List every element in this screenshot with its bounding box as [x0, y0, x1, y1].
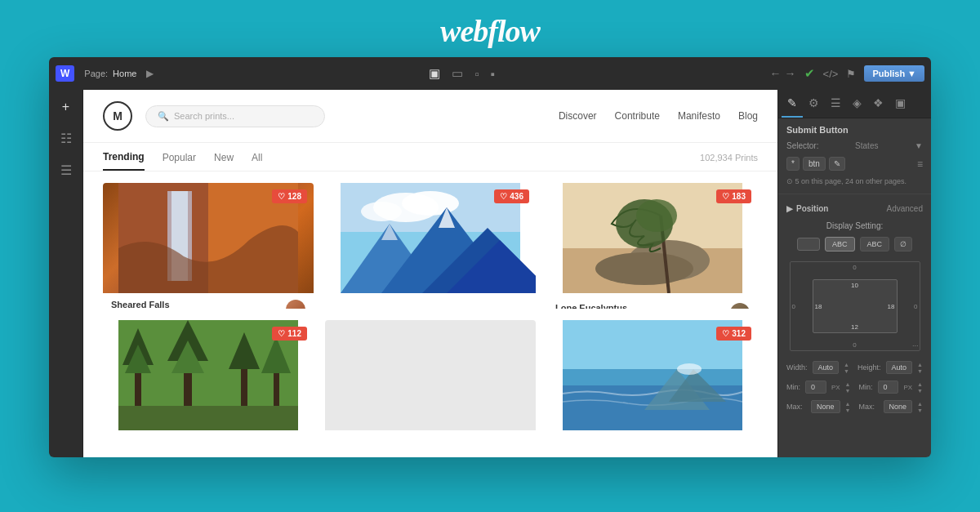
layout-tab[interactable]: ☰	[825, 90, 847, 118]
min-height-stepper[interactable]	[917, 381, 923, 394]
width-row: Width: Auto Height: Auto	[778, 358, 931, 377]
selector-tag-edit[interactable]: ✎	[829, 157, 845, 171]
nav-discover[interactable]: Discover	[559, 110, 597, 122]
prints-count: 102,934 Prints	[700, 153, 758, 169]
print-card[interactable]: ♡ 112	[103, 320, 314, 446]
like-badge: ♡ 436	[494, 189, 529, 203]
height-stepper[interactable]	[917, 362, 923, 374]
max-height-input[interactable]: None	[884, 400, 913, 413]
selector-tag-btn[interactable]: btn	[803, 157, 826, 171]
like-badge: ♡ 183	[716, 189, 751, 203]
tablet-landscape-icon[interactable]: ▭	[452, 66, 463, 81]
prints-grid: ♡ 128 Sheared Falls 20" × 24"	[83, 171, 777, 457]
code-icon[interactable]: </>	[823, 68, 839, 80]
height-input[interactable]: Auto	[886, 361, 913, 374]
display-block[interactable]	[797, 238, 820, 251]
width-input[interactable]: Auto	[813, 361, 840, 374]
svg-point-9	[361, 202, 402, 221]
panel-tabs: ✎ ⚙ ☰ ◈ ❖ ▣	[778, 90, 931, 118]
width-up-arrow[interactable]	[844, 362, 849, 367]
max-width-stepper[interactable]	[845, 401, 851, 413]
search-input[interactable]: 🔍 Search prints...	[145, 105, 325, 127]
display-none[interactable]: ∅	[894, 237, 912, 252]
publish-button[interactable]: Publish ▼	[864, 65, 924, 82]
nav-manifesto[interactable]: Manifesto	[678, 110, 720, 122]
subnav-trending[interactable]: Trending	[103, 151, 145, 171]
layers-icon[interactable]: ☰	[57, 159, 75, 181]
selector-expand-icon[interactable]: ≡	[917, 158, 923, 170]
svg-point-8	[402, 191, 459, 216]
print-title: Lone Eucalyptus	[555, 303, 627, 309]
heart-icon: ♡	[722, 329, 729, 338]
more-options[interactable]: ···	[912, 341, 919, 349]
subnav-new[interactable]: New	[214, 152, 234, 170]
print-card[interactable]: ♡ 436	[325, 183, 536, 309]
selector-tag-star[interactable]: *	[786, 157, 800, 171]
desktop-icon[interactable]: ▣	[429, 66, 440, 81]
subnav-all[interactable]: All	[252, 152, 262, 170]
heart-icon: ♡	[500, 192, 507, 201]
undo-button[interactable]: ←	[770, 67, 782, 80]
components-tab[interactable]: ❖	[867, 90, 889, 118]
like-count: 112	[287, 329, 301, 338]
selector-label: Selector:	[786, 141, 818, 150]
toolbar-center: ▣ ▭ ▫ ▪	[154, 66, 769, 81]
width-stepper[interactable]	[844, 362, 849, 374]
display-inline-block[interactable]: ABC	[825, 237, 855, 252]
like-badge: ♡ 128	[272, 189, 307, 203]
print-info	[325, 296, 536, 309]
redo-button[interactable]: →	[785, 67, 796, 80]
add-icon[interactable]: +	[59, 96, 73, 118]
nav-contribute[interactable]: Contribute	[615, 110, 660, 122]
print-card[interactable]: ♡ 312	[547, 320, 758, 446]
advanced-label[interactable]: Advanced	[887, 204, 923, 213]
position-section-header: ▶ Position Advanced	[778, 199, 931, 218]
display-setting-label: Display Setting:	[778, 218, 931, 234]
undo-redo: ← →	[770, 67, 796, 80]
interactions-tab[interactable]: ◈	[847, 90, 867, 118]
webflow-logo[interactable]: W	[56, 65, 74, 82]
like-badge: ♡ 312	[716, 327, 751, 341]
subnav-popular[interactable]: Popular	[163, 152, 196, 170]
toolbar-right: ← → ✔ </> ⚑ Publish ▼	[770, 65, 924, 82]
eye-icon[interactable]: ▶	[146, 68, 154, 79]
print-card[interactable]: ♡ 128 Sheared Falls 20" × 24"	[103, 183, 314, 309]
style-tab[interactable]: ✎	[782, 90, 803, 118]
site-logo: M	[103, 101, 132, 131]
pos-bottom-value: 0	[853, 341, 856, 349]
pages-icon[interactable]: ☷	[57, 127, 75, 149]
min-width-input[interactable]: 0	[805, 381, 826, 394]
max-width-input[interactable]: None	[811, 400, 840, 413]
nav-blog[interactable]: Blog	[738, 110, 758, 122]
chevron-down-icon: ▼	[915, 141, 923, 150]
width-down-arrow[interactable]	[844, 368, 849, 374]
mobile-icon[interactable]: ▪	[491, 67, 495, 81]
padding-top-value: 10	[851, 282, 858, 289]
min-row: Min: 0 PX Min: 0 PX	[778, 377, 931, 397]
settings-tab[interactable]: ⚙	[803, 90, 825, 118]
avatar	[286, 300, 305, 309]
min-height-input[interactable]: 0	[878, 381, 899, 394]
like-count: 312	[732, 329, 746, 338]
page-name[interactable]: Home	[113, 69, 136, 78]
heart-icon: ♡	[722, 192, 729, 201]
assets-tab[interactable]: ▣	[889, 90, 911, 118]
display-inline[interactable]: ABC	[860, 237, 890, 252]
min-width-label: Min:	[786, 383, 800, 391]
max-row: Max: None Max: None	[778, 397, 931, 416]
tablet-portrait-icon[interactable]: ▫	[474, 67, 479, 81]
search-icon: 🔍	[158, 111, 169, 122]
toolbar-left: W Page: Home ▶	[56, 65, 154, 82]
svg-point-40	[677, 363, 702, 375]
height-up-arrow[interactable]	[917, 362, 923, 367]
print-card[interactable]: ♡ 183 Lone Eucalyptus 5" × 8"	[547, 183, 758, 309]
position-diagram: 0 0 0 0 10 12 18 18 ···	[790, 261, 920, 351]
max-height-stepper[interactable]	[917, 401, 923, 413]
divider	[778, 194, 931, 194]
height-down-arrow[interactable]	[917, 368, 923, 374]
position-label: ▶ Position	[786, 204, 828, 213]
min-height-unit: PX	[903, 384, 912, 391]
states-label[interactable]: States	[855, 141, 878, 150]
min-width-stepper[interactable]	[845, 381, 851, 394]
min-height-label: Min:	[859, 383, 873, 391]
